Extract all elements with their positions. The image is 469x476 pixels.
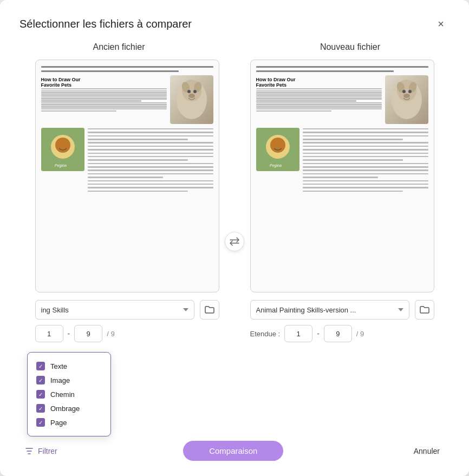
doc-line <box>303 187 428 188</box>
svg-text:Pegina: Pegina <box>270 164 282 168</box>
doc-line <box>256 66 428 68</box>
chemin-label: Chemin <box>50 390 75 399</box>
doc-line <box>303 166 428 168</box>
columns-container: How to Draw OurFavorite Pets <box>19 60 450 423</box>
doc-title: How to Draw OurFavorite Pets <box>41 77 167 88</box>
doc-line <box>88 191 188 192</box>
doc-line <box>303 132 428 133</box>
new-file-column: How to Draw OurFavorite Pets <box>234 60 450 423</box>
doc-line <box>303 149 428 151</box>
tooltip-item-chemin[interactable]: Chemin <box>36 387 102 401</box>
image-checkbox[interactable] <box>36 376 45 384</box>
doc-line <box>88 173 213 175</box>
compare-button[interactable]: Comparaison <box>183 441 283 461</box>
doc-line <box>41 102 167 104</box>
doc-line <box>256 94 382 96</box>
new-file-dropdown[interactable]: Animal Painting Skills-version ... <box>250 300 409 319</box>
doc-line <box>88 187 213 188</box>
doc-line <box>303 142 428 144</box>
doc-title-new: How to Draw OurFavorite Pets <box>256 77 382 88</box>
doc-line <box>41 66 213 68</box>
old-file-page-row: 1 - 9 / 9 <box>35 325 219 342</box>
tooltip-item-texte[interactable]: Texte <box>36 359 102 373</box>
new-page-start-input[interactable]: 1 <box>284 325 312 342</box>
doc-line <box>256 108 382 110</box>
doc-line <box>303 128 428 130</box>
doc-line <box>303 135 428 137</box>
bottom-text-col <box>88 128 213 288</box>
swap-icon[interactable] <box>225 232 244 251</box>
doc-line <box>88 184 213 185</box>
dialog: Sélectionner les fichiers à comparer × A… <box>0 0 469 476</box>
doc-line <box>41 98 167 100</box>
doc-line <box>41 96 167 98</box>
doc-line <box>88 139 188 140</box>
doc-line <box>41 92 167 94</box>
page-label-item: Page <box>50 419 67 427</box>
filter-tooltip: Texte Image Chemin Ombrage Page <box>27 352 111 436</box>
cancel-button[interactable]: Annuler <box>404 441 450 461</box>
etendue-label: Etendue : <box>250 330 281 338</box>
svg-point-4 <box>187 90 191 93</box>
doc-line <box>303 173 428 175</box>
svg-point-6 <box>188 94 195 98</box>
old-dog-color-img: Pegina <box>41 128 84 171</box>
bottom-text-col-new <box>303 128 428 288</box>
doc-line <box>256 92 382 94</box>
old-page-total: / 9 <box>107 330 114 338</box>
new-file-page-row: Etendue : 1 - 9 / 9 <box>250 325 434 342</box>
doc-line <box>41 110 116 112</box>
filter-button[interactable]: Filtrer <box>19 444 63 459</box>
new-page-end-input[interactable]: 9 <box>324 325 352 342</box>
doc-line <box>303 177 378 178</box>
new-file-folder-button[interactable] <box>415 300 434 319</box>
doc-line <box>88 132 213 133</box>
doc-line <box>41 100 142 102</box>
chemin-checkbox[interactable] <box>36 390 45 399</box>
old-page-start-input[interactable]: 1 <box>35 325 63 342</box>
old-page-end-input[interactable]: 9 <box>74 325 102 342</box>
old-file-dropdown[interactable]: ing Skills <box>35 300 194 319</box>
doc-line <box>88 128 213 130</box>
footer-row: Filtrer Comparaison Annuler <box>19 436 450 461</box>
doc-line <box>41 108 167 110</box>
folder-icon-new <box>420 305 429 314</box>
doc-line <box>303 191 403 192</box>
close-button[interactable]: × <box>432 15 450 32</box>
filter-icon <box>25 447 34 455</box>
new-page-total: / 9 <box>356 330 364 338</box>
doc-line <box>256 110 331 112</box>
doc-line <box>256 102 382 104</box>
doc-line <box>303 169 428 171</box>
new-file-controls: Animal Painting Skills-version ... <box>250 300 434 319</box>
doc-line <box>88 166 213 168</box>
doc-line <box>256 70 394 72</box>
image-label: Image <box>50 376 70 384</box>
doc-line <box>303 159 403 161</box>
doc-line <box>256 88 382 90</box>
doc-line <box>303 153 428 154</box>
old-file-folder-button[interactable] <box>200 300 219 319</box>
doc-line <box>303 180 428 182</box>
page-checkbox[interactable] <box>36 418 45 427</box>
doc-line <box>88 156 213 158</box>
svg-point-9 <box>55 138 70 153</box>
ombrage-label: Ombrage <box>50 405 80 413</box>
folder-icon <box>205 305 214 314</box>
tooltip-item-page[interactable]: Page <box>36 415 102 429</box>
swap-arrows-icon <box>229 237 240 246</box>
tooltip-item-image[interactable]: Image <box>36 373 102 387</box>
svg-point-18 <box>408 90 412 93</box>
svg-point-17 <box>402 90 406 93</box>
tooltip-item-ombrage[interactable]: Ombrage <box>36 401 102 415</box>
svg-text:Pegina: Pegina <box>55 164 67 168</box>
doc-line <box>303 146 428 147</box>
new-doc-content: How to Draw OurFavorite Pets <box>256 66 428 288</box>
doc-line <box>88 180 213 182</box>
doc-line <box>303 184 428 185</box>
bottom-section: Pegina <box>41 128 213 288</box>
svg-point-19 <box>403 94 410 98</box>
ombrage-checkbox[interactable] <box>36 404 45 413</box>
doc-line <box>41 88 167 90</box>
texte-checkbox[interactable] <box>36 362 45 370</box>
